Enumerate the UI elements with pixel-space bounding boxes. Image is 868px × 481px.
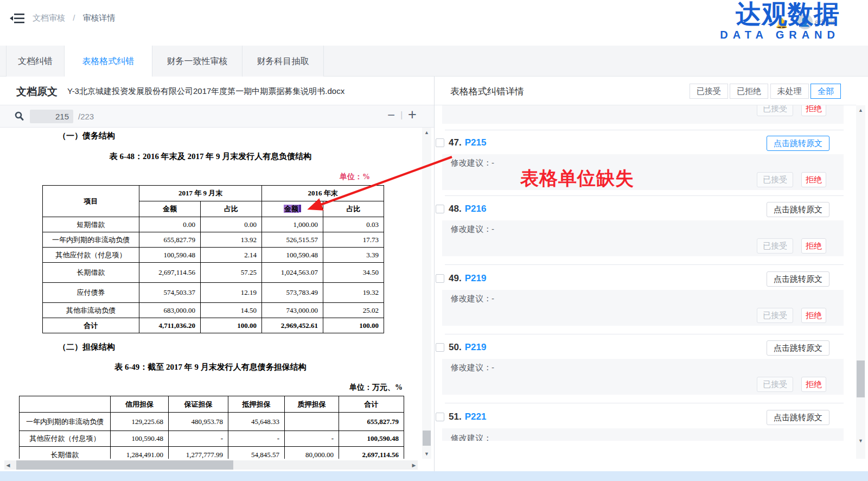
reject-button[interactable]: 拒绝 (801, 105, 826, 116)
page-number-input[interactable] (30, 110, 73, 123)
doc-filename: Y-3北京城建投资发展股份有限公司2017年度第一期中期票据募集说明书.docx (67, 86, 344, 97)
table1-unit: 单位：% (340, 172, 370, 182)
tab-doc-correction[interactable]: 文档纠错 (6, 46, 65, 77)
issues-list: 已接受 拒绝 47.P215 点击跳转原文 修改建议：- 已接受 拒绝 表格单位… (435, 105, 856, 441)
scroll-down-icon[interactable]: ▼ (422, 451, 431, 457)
doc-vertical-scrollbar[interactable]: ▲ ▼ (422, 128, 431, 459)
table1-corner: 项目 (43, 186, 139, 217)
zoom-out-button[interactable]: − (387, 107, 395, 123)
table-row: 长期借款2,697,114.5657.251,024,563.0734.50 (43, 263, 384, 283)
doc-toolbar: /223 − | + (0, 105, 434, 128)
scroll-up-icon[interactable]: ▲ (856, 107, 865, 113)
filter-rejected[interactable]: 已拒绝 (730, 84, 768, 99)
issue-number: 50.P219 (449, 342, 486, 353)
brand-logo: 达观数据 DATA GRAND (720, 0, 840, 41)
jump-to-source-button[interactable]: 点击跳转原文 (767, 340, 829, 356)
table-row: 应付债券574,503.3712.19573,783.4919.32 (43, 283, 384, 303)
filter-all[interactable]: 全部 (810, 84, 841, 99)
issue-page-link[interactable]: P219 (465, 273, 487, 283)
tab-action-bar: 文档纠错 表格格式纠错 财务一致性审核 财务科目抽取 全选 批量接受 批量拒绝 … (0, 46, 868, 77)
issue-page-link[interactable]: P215 (465, 137, 487, 148)
reject-button[interactable]: 拒绝 (801, 377, 826, 392)
issue-checkbox[interactable] (436, 138, 444, 147)
logo-cn: 达观数据 (720, 0, 840, 28)
search-icon[interactable] (14, 111, 24, 121)
doc-heading-2: （二）担保结构 (58, 342, 115, 352)
suggestion: 修改建议：- (451, 363, 494, 373)
item-divider (445, 264, 844, 265)
logo-en: DATA GRAND (720, 28, 840, 41)
jump-to-source-button[interactable]: 点击跳转原文 (767, 271, 829, 287)
issue-item-header: 48.P216 点击跳转原文 (435, 202, 844, 217)
jump-to-source-button[interactable]: 点击跳转原文 (767, 202, 829, 217)
suggestion: 修改建议：- (451, 158, 494, 168)
issues-vscroll-thumb[interactable] (857, 360, 865, 397)
accepted-button[interactable]: 已接受 (757, 105, 793, 116)
filter-accepted[interactable]: 已接受 (690, 84, 728, 99)
text-cursor (299, 205, 301, 212)
issue-page-link[interactable]: P219 (465, 342, 487, 352)
item-divider (445, 195, 844, 196)
page-total: /223 (78, 112, 94, 121)
doc-panel-header: 文档原文 Y-3北京城建投资发展股份有限公司2017年度第一期中期票据募集说明书… (0, 77, 434, 105)
top-header: 文档审核 / 审核详情 🔔 👤 admin 达观数据 DATA GRAND (0, 0, 868, 46)
accepted-button[interactable]: 已接受 (757, 377, 793, 392)
table-row: 其他应付款（付息项）100,590.482.14100,590.483.39 (43, 248, 384, 263)
scroll-right-icon[interactable]: ▶ (410, 463, 418, 468)
scroll-up-icon[interactable]: ▲ (422, 130, 431, 135)
issue-number: 51.P221 (449, 412, 486, 422)
item-divider (445, 334, 844, 334)
issue-checkbox[interactable] (436, 413, 444, 421)
issue-number: 49.P219 (449, 273, 486, 284)
table-row: 长期借款1,284,491.001,277,777.9954,845.5780,… (20, 447, 404, 459)
doc-panel-title: 文档原文 (16, 85, 58, 99)
doc-hscroll-thumb[interactable] (16, 460, 233, 470)
issue-page-link[interactable]: P221 (465, 412, 487, 422)
doc-horizontal-scrollbar[interactable]: ◀ ▶ (4, 460, 418, 470)
table2-unit: 单位：万元、% (349, 383, 403, 393)
breadcrumb-section[interactable]: 文档审核 (33, 13, 65, 22)
debt-structure-table: 项目 2017 年 9 月末 2016 年末 金额 占比 金额 占比 短期借款0… (42, 185, 384, 333)
suggestion: 修改建议：- (451, 294, 494, 304)
tab-financial-subject-extract[interactable]: 财务科目抽取 (242, 46, 324, 77)
accepted-button[interactable]: 已接受 (757, 172, 793, 187)
item-divider (445, 403, 844, 403)
reject-button[interactable]: 拒绝 (801, 172, 826, 187)
issue-item-body: 修改建议： (442, 428, 844, 441)
table-row: 短期借款0.000.001,000.000.03 (43, 217, 384, 232)
issue-number: 47.P215 (449, 137, 486, 148)
doc-vscroll-thumb[interactable] (423, 431, 431, 446)
breadcrumb-current: 审核详情 (83, 13, 116, 22)
zoom-in-button[interactable]: + (408, 106, 417, 123)
issue-checkbox[interactable] (436, 274, 444, 283)
suggestion: 修改建议：- (451, 224, 494, 235)
scroll-left-icon[interactable]: ◀ (4, 463, 12, 468)
accepted-button[interactable]: 已接受 (757, 308, 793, 323)
tab-financial-consistency[interactable]: 财务一致性审核 (152, 46, 242, 77)
issue-number: 48.P216 (449, 204, 486, 214)
table-row: 一年内到期的非流动负债129,225.68480,953.7845,648.33… (20, 413, 404, 431)
issue-checkbox[interactable] (436, 343, 444, 352)
filter-pending[interactable]: 未处理 (770, 84, 809, 99)
issues-vertical-scrollbar[interactable]: ▲ ▼ (856, 105, 865, 459)
issue-item-body: 修改建议：- 已接受 拒绝 (442, 220, 844, 256)
annotation-table-unit-missing: 表格单位缺失 (520, 166, 634, 191)
jump-to-source-button[interactable]: 点击跳转原文 (767, 410, 829, 425)
reject-button[interactable]: 拒绝 (801, 238, 826, 254)
table-row: 其他应付款（付息项）100,590.48---100,590.48 (20, 431, 404, 447)
issue-page-link[interactable]: P216 (465, 204, 487, 214)
issue-item-body: 修改建议：- 已接受 拒绝 (442, 154, 844, 190)
issue-item-body: 修改建议：- 已接受 拒绝 (442, 290, 844, 326)
scroll-down-icon[interactable]: ▼ (856, 438, 865, 444)
doc-heading-1: （一）债务结构 (58, 131, 115, 141)
table1-colgroup-2016: 2016 年末 (262, 186, 384, 201)
accepted-button[interactable]: 已接受 (757, 238, 793, 254)
issue-checkbox[interactable] (436, 205, 444, 213)
jump-to-source-button[interactable]: 点击跳转原文 (767, 136, 829, 151)
tab-table-format-correction[interactable]: 表格格式纠错 (65, 46, 152, 77)
menu-fold-icon[interactable] (10, 12, 25, 25)
main-content: 文档原文 Y-3北京城建投资发展股份有限公司2017年度第一期中期票据募集说明书… (0, 77, 868, 471)
reject-button[interactable]: 拒绝 (801, 308, 826, 323)
issue-item-partial: 已接受 拒绝 (442, 105, 844, 124)
document-viewer[interactable]: （一）债务结构 表 6-48：2016 年末及 2017 年 9 月末发行人有息… (4, 128, 422, 459)
